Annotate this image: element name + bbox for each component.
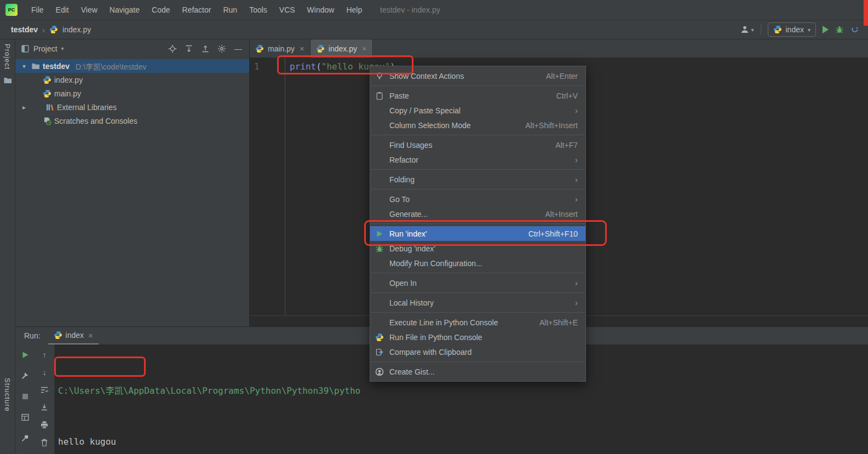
menu-code[interactable]: Code — [146, 0, 176, 20]
menu-item-local-history[interactable]: Local History › — [370, 295, 585, 310]
up-stack-trace-button[interactable]: ↑ — [40, 350, 49, 359]
python-file-icon — [255, 44, 264, 53]
console-command-line: C:\Users\李凯\AppData\Local\Programs\Pytho… — [58, 382, 868, 399]
menu-item-run-index[interactable]: Run 'index' Ctrl+Shift+F10 — [370, 226, 585, 241]
tree-item-main-py[interactable]: main.py — [15, 87, 249, 100]
menu-item-find-usages[interactable]: Find Usages Alt+F7 — [370, 137, 585, 152]
menu-item-open-in[interactable]: Open In › — [370, 275, 585, 290]
menu-item-generate[interactable]: Generate... Alt+Insert — [370, 206, 585, 221]
expand-all-button[interactable] — [185, 44, 193, 53]
empty-icon-slot — [375, 175, 387, 184]
menu-item-debug-index[interactable]: Debug 'index' — [370, 241, 585, 256]
project-panel-header: Project ▾ — — [15, 39, 249, 58]
menu-item-show-context-actions[interactable]: Show Context Actions Alt+Enter — [370, 68, 585, 83]
locate-file-button[interactable] — [168, 44, 177, 53]
menu-item-run-file-in-python-console[interactable]: Run File in Python Console — [370, 330, 585, 344]
menu-item-folding[interactable]: Folding › — [370, 172, 585, 187]
hide-panel-button[interactable]: — — [234, 44, 243, 53]
stop-button[interactable] — [20, 392, 30, 401]
scroll-to-end-button[interactable] — [40, 403, 49, 412]
menu-tools[interactable]: Tools — [243, 0, 273, 20]
menu-view[interactable]: View — [75, 0, 104, 20]
chevron-right-icon[interactable]: ▸ — [20, 104, 28, 111]
menu-navigate[interactable]: Navigate — [104, 0, 146, 20]
menu-refactor[interactable]: Refactor — [176, 0, 217, 20]
menu-item-refactor[interactable]: Refactor › — [370, 152, 585, 167]
github-icon — [375, 367, 387, 376]
soft-wrap-button[interactable] — [40, 385, 49, 394]
editor-tabbar: main.py × index.py × — [250, 39, 868, 58]
breadcrumb-project[interactable]: testdev — [11, 25, 38, 34]
chevron-down-icon[interactable]: ▾ — [61, 45, 64, 51]
python-icon — [375, 333, 387, 342]
rerun-button[interactable] — [20, 350, 30, 359]
tree-item-path: D:\李凯\code\testdev — [76, 61, 146, 72]
menu-item-label: Modify Run Configuration... — [389, 259, 482, 268]
menu-item-label: Open In — [389, 279, 417, 288]
sync-icon[interactable] — [850, 25, 859, 34]
print-button[interactable] — [40, 420, 49, 429]
menu-item-modify-run-configuration[interactable]: Modify Run Configuration... — [370, 256, 585, 271]
tree-item-index-py[interactable]: index.py — [15, 73, 249, 87]
folder-icon[interactable] — [3, 76, 12, 85]
menu-vcs[interactable]: VCS — [273, 0, 301, 20]
breadcrumb-separator: › — [42, 25, 45, 35]
clear-all-button[interactable] — [40, 438, 49, 447]
tool-button-structure[interactable]: Structure — [3, 378, 12, 412]
breadcrumb-file[interactable]: index.py — [62, 25, 91, 34]
run-configuration-select[interactable]: index ▾ — [768, 22, 817, 37]
tool-button-project[interactable]: Project — [3, 44, 12, 70]
python-file-icon — [43, 76, 51, 84]
library-icon — [45, 103, 54, 112]
chevron-down-icon[interactable]: ▾ — [20, 62, 28, 70]
menu-item-compare-with-clipboard[interactable]: Compare with Clipboard — [370, 344, 585, 359]
tree-item-testdev[interactable]: ▾ testdev D:\李凯\code\testdev — [15, 59, 249, 73]
menu-item-go-to[interactable]: Go To › — [370, 192, 585, 206]
settings-gear-icon[interactable] — [217, 44, 226, 53]
menu-item-shortcut: Alt+F7 — [540, 141, 578, 150]
collapse-all-button[interactable] — [201, 44, 210, 53]
debug-button[interactable] — [835, 25, 844, 34]
navigation-bar: testdev › index.py ▾ index ▾ — [0, 20, 868, 39]
close-icon[interactable]: × — [88, 331, 93, 340]
menu-item-label: Show Context Actions — [389, 72, 464, 81]
user-account-button[interactable]: ▾ — [740, 25, 754, 34]
menu-item-label: Paste — [389, 91, 409, 100]
empty-icon-slot — [375, 106, 387, 115]
menu-window[interactable]: Window — [301, 0, 341, 20]
pin-tab-button[interactable] — [20, 433, 30, 442]
menu-item-label: Refactor — [389, 156, 418, 164]
tree-item-scratches[interactable]: Scratches and Consoles — [15, 114, 249, 128]
tool-window-icon — [21, 44, 30, 53]
tab-index-py[interactable]: index.py × — [311, 39, 373, 58]
menu-item-label: Compare with Clipboard — [389, 348, 472, 357]
project-panel-title[interactable]: Project — [33, 44, 58, 53]
edit-configuration-button[interactable] — [20, 371, 30, 380]
menu-run[interactable]: Run — [217, 0, 243, 20]
chevron-down-icon: ▾ — [808, 27, 810, 33]
run-configuration-name: index — [786, 25, 804, 34]
menu-item-create-gist[interactable]: Create Gist... — [370, 364, 585, 379]
down-stack-trace-button[interactable]: ↓ — [40, 367, 49, 377]
menu-item-label: Debug 'index' — [389, 244, 435, 253]
tab-main-py[interactable]: main.py × — [250, 39, 311, 58]
tree-item-external-libraries[interactable]: ▸ External Libraries — [15, 100, 249, 114]
scratches-icon — [43, 117, 51, 125]
run-tab-index[interactable]: index × — [48, 327, 99, 344]
menu-item-paste[interactable]: Paste Ctrl+V — [370, 88, 585, 103]
close-icon[interactable]: × — [362, 44, 367, 53]
menu-item-execute-line-in-python-console[interactable]: Execute Line in Python Console Alt+Shift… — [370, 315, 585, 330]
menu-edit[interactable]: Edit — [50, 0, 75, 20]
debug-icon — [375, 244, 387, 253]
menu-item-column-selection-mode[interactable]: Column Selection Mode Alt+Shift+Insert — [370, 118, 585, 133]
menu-item-label: Find Usages — [389, 141, 433, 150]
restore-layout-button[interactable] — [20, 412, 30, 422]
menu-item-copy-paste-special[interactable]: Copy / Paste Special › — [370, 103, 585, 118]
menu-help[interactable]: Help — [340, 0, 368, 20]
editor-gutter[interactable]: 1 — [250, 58, 285, 315]
run-button[interactable] — [823, 26, 829, 33]
tree-item-label: External Libraries — [57, 103, 117, 112]
close-icon[interactable]: × — [300, 44, 304, 53]
menu-file[interactable]: File — [25, 0, 50, 20]
folder-icon — [31, 62, 40, 71]
